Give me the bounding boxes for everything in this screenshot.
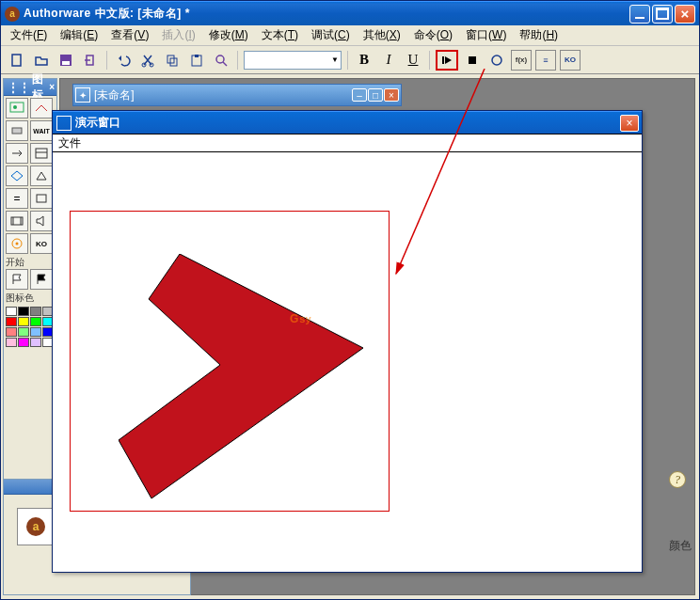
dvd-icon[interactable] (6, 233, 28, 254)
titlebar: a Authorware 中文版: [未命名] * (1, 1, 699, 25)
ko-icon[interactable]: KO (30, 233, 53, 254)
swatch[interactable] (18, 307, 29, 316)
vars-button[interactable]: ≡ (535, 50, 556, 71)
flow-max[interactable]: □ (368, 88, 383, 102)
watermark: Gsy (290, 312, 311, 325)
svg-point-15 (13, 105, 17, 109)
color-label-right: 颜色 (669, 538, 692, 554)
font-combo[interactable]: ▼ (244, 51, 342, 70)
app-icon: a (5, 7, 20, 22)
display-icon[interactable] (6, 98, 28, 118)
svg-rect-17 (36, 149, 47, 158)
sound-icon[interactable] (30, 211, 53, 231)
movie-icon[interactable] (6, 211, 28, 231)
find-button[interactable] (211, 50, 231, 71)
palette-close[interactable]: × (49, 82, 55, 92)
new-button[interactable] (7, 50, 27, 71)
wait-icon[interactable]: WAIT (30, 120, 53, 141)
start-label: 开始 (6, 256, 55, 269)
menu-command[interactable]: 命令(O) (408, 25, 458, 45)
close-button[interactable] (675, 5, 695, 24)
swatch[interactable] (6, 338, 17, 347)
menu-text[interactable]: 文本(T) (256, 25, 304, 45)
presentation-close[interactable]: × (620, 115, 639, 132)
chevron-down-icon: ▼ (331, 55, 339, 64)
start-flag[interactable] (6, 269, 28, 290)
menu-window[interactable]: 窗口(W) (460, 25, 512, 45)
svg-point-10 (216, 55, 224, 63)
stop-flag[interactable] (30, 269, 53, 290)
menu-modify[interactable]: 修改(M) (203, 25, 254, 45)
arrow-shape[interactable] (119, 254, 401, 517)
swatch[interactable] (6, 307, 17, 316)
nav-icon[interactable] (6, 143, 28, 164)
maximize-button[interactable] (652, 5, 673, 24)
swatch[interactable] (30, 317, 41, 326)
window-controls (629, 5, 695, 24)
swatch[interactable] (6, 317, 17, 326)
toolbar: ▼ B I U f(x) ≡ KO (1, 46, 699, 74)
swatch[interactable] (18, 317, 29, 326)
decision-icon[interactable] (6, 166, 28, 186)
help-icon[interactable]: ? (669, 471, 686, 488)
presentation-menu-file[interactable]: 文件 (58, 135, 81, 151)
presentation-window: 演示窗口 × 文件 Gsy (52, 110, 643, 573)
icon-preview[interactable]: a (17, 508, 55, 545)
ko-button[interactable]: KO (560, 50, 581, 71)
menu-other[interactable]: 其他(X) (358, 25, 406, 45)
menu-help[interactable]: 帮助(H) (514, 25, 564, 45)
svg-rect-11 (442, 56, 444, 64)
icon-palette: ⋮⋮ 图标 × WAIT = KO 开始 图标色 (3, 78, 57, 482)
app-title: Authorware 中文版: [未命名] * (24, 6, 629, 22)
presentation-icon (56, 116, 72, 131)
menubar: 文件(F) 编辑(E) 查看(V) 插入(I) 修改(M) 文本(T) 调试(C… (1, 25, 699, 46)
flow-min[interactable]: – (352, 88, 367, 102)
svg-point-13 (492, 55, 501, 65)
motion-icon[interactable] (30, 98, 53, 118)
menu-edit[interactable]: 编辑(E) (55, 25, 103, 45)
play-button[interactable] (436, 50, 458, 71)
underline-button[interactable]: U (403, 50, 423, 71)
palette-title[interactable]: ⋮⋮ 图标 × (4, 79, 56, 96)
swatch[interactable] (18, 338, 29, 347)
svg-marker-22 (119, 254, 363, 498)
paste-button[interactable] (186, 50, 207, 71)
color-swatches (6, 307, 55, 347)
eject-button[interactable] (486, 50, 507, 71)
svg-rect-0 (12, 55, 21, 66)
presentation-canvas[interactable]: Gsy (53, 152, 642, 572)
bold-button[interactable]: B (354, 50, 374, 71)
swatch[interactable] (30, 327, 41, 337)
calc-icon[interactable]: = (6, 188, 28, 209)
swatch[interactable] (30, 338, 41, 347)
svg-point-21 (16, 243, 19, 245)
stop-button[interactable] (462, 50, 483, 71)
interaction-icon[interactable] (30, 166, 53, 186)
undo-button[interactable] (113, 50, 134, 71)
map-icon[interactable] (30, 188, 53, 209)
cut-button[interactable] (137, 50, 158, 71)
save-button[interactable] (56, 50, 76, 71)
swatch[interactable] (30, 307, 41, 316)
swatch[interactable] (6, 327, 17, 337)
menu-debug[interactable]: 调试(C) (306, 25, 356, 45)
framework-icon[interactable] (30, 143, 53, 164)
import-button[interactable] (80, 50, 101, 71)
minimize-button[interactable] (629, 5, 650, 24)
swatch[interactable] (18, 327, 29, 337)
trace-button[interactable]: f(x) (511, 50, 532, 71)
svg-rect-2 (62, 61, 70, 65)
italic-button[interactable]: I (378, 50, 399, 71)
presentation-menubar: 文件 (53, 134, 642, 152)
copy-button[interactable] (162, 50, 183, 71)
toolbar-sep (106, 51, 107, 70)
presentation-title: 演示窗口 (75, 115, 620, 131)
flow-close[interactable]: × (384, 88, 399, 102)
open-button[interactable] (31, 50, 52, 71)
presentation-titlebar[interactable]: 演示窗口 × (53, 111, 642, 134)
menu-view[interactable]: 查看(V) (105, 25, 154, 45)
erase-icon[interactable] (6, 120, 28, 141)
menu-file[interactable]: 文件(F) (5, 25, 53, 45)
flowline-window[interactable]: ✦ [未命名] – □ × (72, 84, 402, 106)
svg-rect-16 (12, 128, 22, 134)
